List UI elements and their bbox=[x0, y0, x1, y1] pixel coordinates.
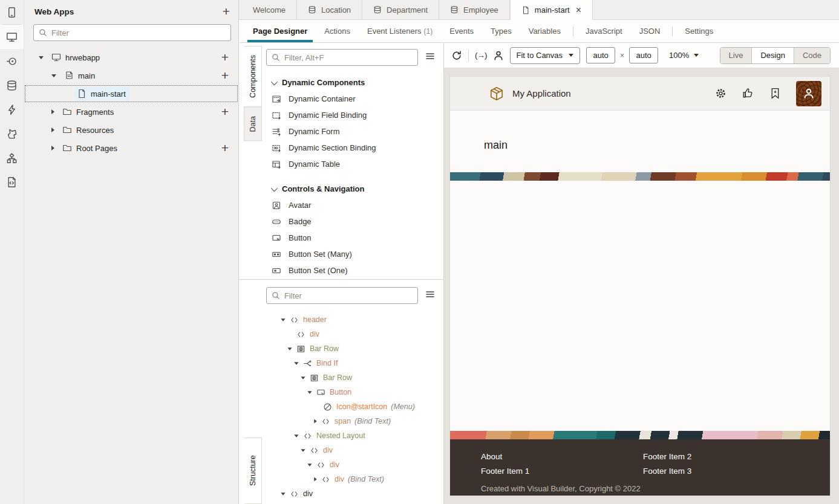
palette-item[interactable]: Dynamic Container bbox=[266, 91, 442, 107]
business-objects-icon[interactable] bbox=[0, 73, 24, 97]
palette-item[interactable]: Dynamic Section Binding bbox=[266, 140, 442, 156]
structure-tree-row[interactable]: div bbox=[266, 327, 442, 341]
structure-tree-row[interactable]: div bbox=[266, 443, 442, 457]
caret-icon[interactable] bbox=[51, 74, 56, 77]
source-icon[interactable] bbox=[0, 170, 24, 194]
caret-icon[interactable] bbox=[51, 146, 54, 150]
doc-tab[interactable]: Department bbox=[362, 0, 439, 19]
caret-icon[interactable] bbox=[51, 128, 54, 132]
editor-tab[interactable]: Settings bbox=[679, 20, 719, 42]
editor-tab[interactable]: Event Listeners (1) bbox=[362, 20, 438, 42]
structure-tree-row[interactable]: Bar Row bbox=[266, 341, 442, 356]
add-button[interactable]: + bbox=[221, 106, 229, 117]
tree-row[interactable]: Fragments + bbox=[24, 103, 238, 121]
palette-item[interactable]: Button Set (Many) bbox=[266, 246, 442, 262]
editor-tab[interactable]: Page Designer bbox=[247, 20, 313, 42]
canvas-width-input[interactable] bbox=[586, 47, 615, 63]
palette-menu-icon[interactable] bbox=[418, 51, 442, 63]
page-parameters-icon[interactable]: (→) bbox=[475, 51, 487, 60]
structure-tree-row[interactable]: div bbox=[266, 457, 442, 472]
caret-icon[interactable] bbox=[281, 318, 285, 321]
doc-tab[interactable]: main-start × bbox=[510, 0, 593, 20]
caret-icon[interactable] bbox=[294, 435, 298, 438]
footer-link[interactable]: Footer Item 1 bbox=[481, 464, 643, 479]
zoom-dropdown[interactable]: 100% bbox=[667, 51, 701, 60]
thumbs-up-icon[interactable] bbox=[742, 87, 754, 100]
palette-section-header[interactable]: Dynamic Components bbox=[271, 78, 442, 87]
components-filter-input[interactable] bbox=[284, 53, 413, 62]
add-button[interactable]: + bbox=[221, 52, 229, 63]
caret-icon[interactable] bbox=[307, 464, 312, 467]
mode-button[interactable]: Live bbox=[720, 48, 752, 63]
structure-tree-row[interactable]: Icon@startIcon (Menu) bbox=[266, 399, 442, 414]
mode-button[interactable]: Design bbox=[752, 48, 794, 63]
caret-icon[interactable] bbox=[307, 391, 312, 394]
palette-item[interactable]: Button bbox=[266, 230, 442, 246]
actions-icon[interactable] bbox=[0, 97, 24, 121]
palette-item[interactable]: Avatar bbox=[266, 197, 442, 213]
structure-menu-icon[interactable] bbox=[418, 289, 442, 302]
structure-tree-row[interactable]: Bar Row bbox=[266, 370, 442, 385]
editor-tab[interactable]: JSON bbox=[634, 20, 666, 42]
editor-tab[interactable]: Variables bbox=[523, 20, 566, 42]
caret-icon[interactable] bbox=[287, 347, 292, 351]
doc-tab[interactable]: Location bbox=[297, 0, 362, 19]
caret-icon[interactable] bbox=[294, 362, 298, 365]
tree-row[interactable]: Resources + bbox=[24, 121, 238, 139]
palette-section-header[interactable]: Controls & Navigation bbox=[271, 184, 442, 193]
caret-icon[interactable] bbox=[39, 56, 44, 59]
structure-tree-row[interactable]: Nested Layout bbox=[266, 428, 442, 443]
tree-row[interactable]: Root Pages + bbox=[24, 139, 238, 157]
structure-tree-row[interactable]: span (Bind Text) bbox=[266, 414, 442, 428]
web-apps-filter-input[interactable] bbox=[51, 28, 226, 37]
doc-tab[interactable]: Welcome bbox=[242, 0, 297, 19]
palette-vertical-tab[interactable]: Components bbox=[244, 46, 262, 107]
gear-icon[interactable] bbox=[714, 87, 727, 100]
mode-button[interactable]: Code bbox=[794, 48, 830, 63]
footer-link[interactable]: Footer Item 2 bbox=[643, 450, 805, 464]
doc-tab[interactable]: Employee bbox=[439, 0, 510, 19]
tree-row[interactable]: hrwebapp + bbox=[24, 48, 238, 66]
editor-tab[interactable]: JavaScript bbox=[580, 20, 628, 42]
structure-filter[interactable] bbox=[266, 287, 418, 304]
avatar[interactable] bbox=[796, 81, 821, 106]
add-button[interactable]: + bbox=[221, 143, 229, 153]
caret-icon[interactable] bbox=[314, 419, 317, 423]
palette-item[interactable]: Badge bbox=[266, 213, 442, 230]
palette-item[interactable]: Dynamic Form bbox=[266, 123, 442, 140]
canvas-height-input[interactable] bbox=[629, 47, 658, 63]
caret-icon[interactable] bbox=[314, 477, 317, 481]
structure-vertical-tab[interactable]: Structure bbox=[244, 438, 262, 504]
design-canvas-page[interactable]: My Application main bbox=[449, 76, 831, 496]
editor-tab[interactable]: Types bbox=[485, 20, 517, 42]
editor-tab[interactable]: Actions bbox=[319, 20, 356, 42]
add-button[interactable]: + bbox=[221, 70, 229, 81]
footer-link[interactable]: Footer Item 3 bbox=[643, 464, 805, 479]
structure-tree-row[interactable]: Bind If bbox=[266, 356, 442, 370]
fragments-icon[interactable] bbox=[0, 121, 24, 146]
structure-tree-row[interactable]: div (Bind Text) bbox=[266, 472, 442, 486]
bookmark-plus-icon[interactable] bbox=[769, 87, 782, 100]
caret-icon[interactable] bbox=[51, 109, 54, 114]
caret-icon[interactable] bbox=[281, 493, 285, 496]
structure-tree-row[interactable]: Button bbox=[266, 385, 442, 399]
palette-vertical-tab[interactable]: Data bbox=[244, 107, 262, 141]
user-preview-icon[interactable] bbox=[493, 50, 504, 61]
editor-tab[interactable]: Events bbox=[444, 20, 479, 42]
structure-tree-row[interactable]: header bbox=[266, 312, 442, 327]
tree-row[interactable]: main + bbox=[24, 66, 238, 85]
diagram-icon[interactable] bbox=[0, 146, 24, 170]
footer-link[interactable]: About bbox=[481, 450, 643, 464]
caret-icon[interactable] bbox=[301, 449, 305, 452]
refresh-icon[interactable] bbox=[451, 50, 462, 61]
add-web-app-button[interactable]: + bbox=[223, 6, 230, 17]
caret-icon[interactable] bbox=[301, 376, 305, 380]
close-icon[interactable]: × bbox=[576, 5, 581, 15]
components-filter[interactable] bbox=[266, 49, 418, 66]
web-apps-filter[interactable] bbox=[33, 24, 231, 41]
palette-item[interactable]: Button Set (One) bbox=[266, 262, 442, 279]
palette-item[interactable]: Dynamic Field Binding bbox=[266, 107, 442, 123]
structure-tree-row[interactable]: div bbox=[266, 486, 442, 501]
fit-to-canvas-dropdown[interactable]: Fit to Canvas bbox=[510, 47, 581, 64]
mobile-apps-icon[interactable] bbox=[0, 0, 24, 24]
